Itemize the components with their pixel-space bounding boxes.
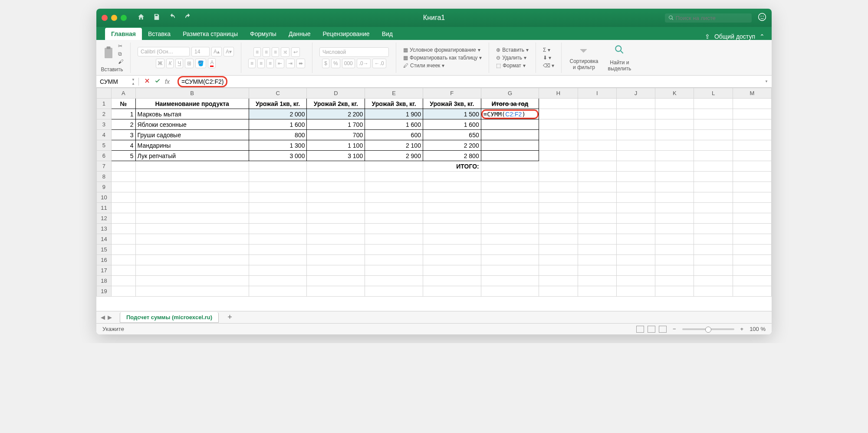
cell[interactable]: 1 700 bbox=[307, 119, 365, 130]
cell[interactable] bbox=[365, 286, 423, 297]
cell[interactable] bbox=[655, 265, 694, 276]
zoom-in-icon[interactable]: + bbox=[740, 326, 744, 332]
cell[interactable] bbox=[578, 109, 616, 119]
thousands-icon[interactable]: 000 bbox=[342, 59, 355, 68]
cell[interactable]: 1 bbox=[111, 109, 135, 119]
conditional-format-button[interactable]: Условное форматирование bbox=[410, 47, 476, 53]
find-select-icon[interactable] bbox=[614, 44, 625, 58]
cell[interactable] bbox=[655, 161, 694, 172]
close-window[interactable] bbox=[102, 15, 108, 21]
cell[interactable] bbox=[655, 140, 694, 151]
align-top-icon[interactable]: ≡ bbox=[253, 47, 261, 57]
col-header[interactable]: H bbox=[539, 88, 578, 99]
currency-icon[interactable]: $ bbox=[322, 59, 329, 68]
cell[interactable] bbox=[365, 245, 423, 255]
cell[interactable] bbox=[539, 172, 578, 182]
cell[interactable] bbox=[249, 265, 307, 276]
cell[interactable] bbox=[481, 192, 539, 203]
cell[interactable] bbox=[694, 286, 733, 297]
cell[interactable] bbox=[539, 276, 578, 286]
italic-button[interactable]: К bbox=[166, 59, 174, 68]
minimize-window[interactable] bbox=[111, 15, 117, 21]
sheet-tab-active[interactable]: Подсчет суммы (microexcel.ru) bbox=[120, 312, 219, 323]
cell[interactable] bbox=[616, 213, 655, 224]
cell[interactable] bbox=[578, 286, 616, 297]
cell[interactable]: 4 bbox=[111, 140, 135, 151]
confirm-formula-icon[interactable] bbox=[155, 78, 161, 85]
cell[interactable] bbox=[481, 286, 539, 297]
cell[interactable] bbox=[578, 151, 616, 161]
cell[interactable] bbox=[694, 151, 733, 161]
percent-icon[interactable]: % bbox=[331, 59, 340, 68]
row-header[interactable]: 10 bbox=[97, 192, 112, 203]
cell[interactable] bbox=[694, 276, 733, 286]
borders-button[interactable]: ⊞ bbox=[185, 59, 194, 68]
cell[interactable] bbox=[655, 109, 694, 119]
cell[interactable] bbox=[694, 234, 733, 245]
cell[interactable] bbox=[733, 109, 771, 119]
row-header[interactable]: 5 bbox=[97, 140, 112, 151]
cell[interactable] bbox=[616, 255, 655, 265]
cell[interactable] bbox=[539, 119, 578, 130]
font-color-button[interactable]: A bbox=[208, 58, 216, 68]
merge-cells-icon[interactable]: ⬌ bbox=[296, 59, 305, 68]
cell[interactable] bbox=[423, 182, 481, 192]
cell[interactable] bbox=[655, 286, 694, 297]
increase-decimal-icon[interactable]: .0→ bbox=[357, 59, 371, 68]
cell[interactable]: Груши садовые bbox=[135, 130, 249, 140]
cell[interactable] bbox=[616, 265, 655, 276]
cell[interactable] bbox=[616, 224, 655, 234]
align-center-icon[interactable]: ≡ bbox=[257, 59, 265, 68]
cell[interactable] bbox=[481, 255, 539, 265]
cell[interactable] bbox=[733, 276, 771, 286]
cell[interactable] bbox=[655, 130, 694, 140]
row-header[interactable]: 8 bbox=[97, 172, 112, 182]
cell[interactable] bbox=[733, 140, 771, 151]
cell[interactable]: Итого за год bbox=[481, 99, 539, 109]
cell[interactable] bbox=[111, 182, 135, 192]
delete-cells-button[interactable]: Удалить bbox=[502, 55, 522, 61]
cell[interactable] bbox=[694, 99, 733, 109]
tab-formulas[interactable]: Формулы bbox=[244, 28, 283, 40]
sheet-search[interactable] bbox=[665, 13, 752, 23]
cell[interactable] bbox=[616, 276, 655, 286]
cell[interactable] bbox=[539, 286, 578, 297]
cell[interactable] bbox=[307, 172, 365, 182]
cell[interactable] bbox=[616, 140, 655, 151]
row-header[interactable]: 13 bbox=[97, 224, 112, 234]
cell[interactable]: 1 500 bbox=[423, 109, 481, 119]
increase-indent-icon[interactable]: ⇥ bbox=[286, 59, 295, 68]
row-header[interactable]: 6 bbox=[97, 151, 112, 161]
cell[interactable] bbox=[539, 140, 578, 151]
col-header[interactable]: L bbox=[694, 88, 733, 99]
cell[interactable] bbox=[111, 234, 135, 245]
cell[interactable] bbox=[616, 234, 655, 245]
cell[interactable] bbox=[733, 245, 771, 255]
spreadsheet-grid[interactable]: A B C D E F G H I J K L M 1№Наименование… bbox=[96, 88, 772, 311]
redo-icon[interactable] bbox=[184, 13, 192, 23]
active-cell[interactable]: =СУММ(C2:F2) bbox=[481, 109, 539, 119]
cell[interactable] bbox=[655, 224, 694, 234]
cell[interactable] bbox=[111, 265, 135, 276]
cell[interactable] bbox=[733, 255, 771, 265]
cell[interactable]: 2 200 bbox=[307, 109, 365, 119]
cell[interactable] bbox=[423, 234, 481, 245]
bold-button[interactable]: Ж bbox=[156, 59, 165, 68]
maximize-window[interactable] bbox=[121, 15, 127, 21]
cell[interactable] bbox=[111, 255, 135, 265]
sort-filter-icon[interactable]: ⏷ bbox=[579, 45, 589, 56]
cell[interactable] bbox=[578, 276, 616, 286]
cell[interactable] bbox=[135, 245, 249, 255]
cell[interactable] bbox=[307, 192, 365, 203]
cell[interactable]: 3 000 bbox=[249, 151, 307, 161]
cell[interactable] bbox=[539, 99, 578, 109]
cell[interactable] bbox=[307, 161, 365, 172]
cell[interactable] bbox=[481, 161, 539, 172]
cell[interactable] bbox=[423, 203, 481, 213]
col-header[interactable]: I bbox=[578, 88, 616, 99]
cell[interactable] bbox=[307, 276, 365, 286]
user-icon[interactable] bbox=[758, 13, 766, 23]
formula-input[interactable]: =СУММ(C2:F2) bbox=[175, 76, 761, 87]
align-bottom-icon[interactable]: ≡ bbox=[272, 47, 279, 57]
cell[interactable] bbox=[249, 286, 307, 297]
